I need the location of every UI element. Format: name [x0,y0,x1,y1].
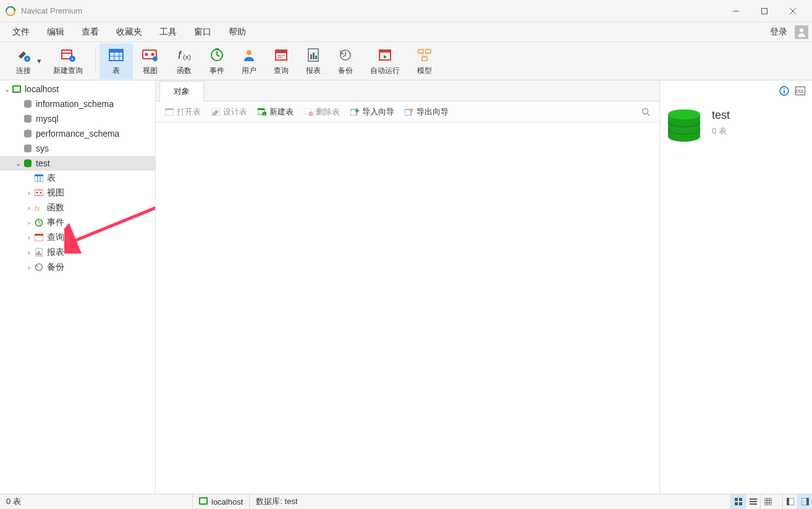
close-button[interactable] [779,0,807,22]
object-toolbar: 打开表 设计表 +新建表 删除表 导入向导 导出向导 [156,101,659,122]
tree-db[interactable]: sys [0,141,155,156]
chevron-down-icon[interactable]: ⌄ [14,160,22,168]
view-icon [33,189,44,197]
menu-window[interactable]: 窗口 [185,24,220,40]
chevron-down-icon[interactable]: ⌄ [2,85,11,93]
tree-label: 报表 [47,247,64,258]
svg-line-42 [421,53,425,57]
status-connection: localhost [193,494,250,509]
svg-rect-40 [426,49,431,53]
info-title: test [712,109,730,122]
toolbar-auto-run[interactable]: 自动运行 [362,43,408,79]
toolbar-new-query[interactable]: + 新建查询 [44,43,91,79]
svg-point-20 [153,56,158,61]
open-table-button[interactable]: 打开表 [161,105,205,119]
info-icon[interactable] [779,85,790,96]
menu-view[interactable]: 查看 [73,24,108,40]
menu-favorites[interactable]: 收藏夹 [108,24,151,40]
design-table-button[interactable]: 设计表 [207,105,251,119]
svg-rect-74 [258,108,264,110]
import-wizard-button[interactable]: 导入向导 [346,105,398,119]
tree-connection[interactable]: ⌄ localhost [0,82,155,96]
toolbar-user[interactable]: 用户 [233,43,265,79]
search-button[interactable] [637,105,654,119]
chevron-right-icon[interactable]: › [25,234,33,241]
svg-rect-55 [35,190,43,195]
chevron-right-icon[interactable]: › [25,219,33,226]
main-toolbar: + 连接 ▾ + 新建查询 表 视图 f(x) 函数 事件 用户 查询 报表 备… [0,42,812,80]
menu-file[interactable]: 文件 [4,24,38,40]
toolbar-table[interactable]: 表 [99,43,133,79]
menu-edit[interactable]: 编辑 [38,24,73,40]
tree-db[interactable]: mysql [0,111,155,126]
toolbar-connect[interactable]: + 连接 [6,43,41,79]
chevron-right-icon[interactable]: › [25,189,33,197]
svg-point-57 [40,192,42,194]
tree-db-selected[interactable]: ⌄ test [0,156,155,171]
login-button[interactable]: 登录 [765,24,792,40]
tree-label: 查询 [47,232,64,243]
view-grid-icon[interactable] [730,494,745,509]
maximize-button[interactable] [750,0,779,22]
tree-tables[interactable]: 表 [0,171,155,186]
svg-text:fx: fx [35,205,40,212]
tree-views[interactable]: › 视图 [0,186,155,200]
avatar[interactable] [795,25,808,39]
new-table-button[interactable]: +新建表 [253,105,297,119]
toolbar-backup[interactable]: 备份 [329,43,362,79]
tree-db[interactable]: performance_schema [0,126,155,141]
tree-events[interactable]: › 事件 [0,215,155,230]
chevron-right-icon[interactable]: › [25,204,33,212]
tab-bar: 对象 [156,80,659,101]
svg-rect-35 [315,56,317,59]
menu-tools[interactable]: 工具 [151,24,185,40]
svg-rect-39 [418,49,423,53]
export-wizard-button[interactable]: 导出向导 [400,105,452,119]
toolbar-query[interactable]: 查询 [265,43,297,79]
svg-rect-29 [276,50,287,53]
svg-point-90 [668,109,700,119]
tree-backups[interactable]: › 备份 [0,260,155,275]
panel-right-icon[interactable] [797,494,812,509]
chevron-right-icon[interactable]: › [25,249,33,256]
svg-text:+: + [263,112,266,116]
svg-rect-96 [739,502,742,505]
tree-label: information_schema [36,99,114,109]
tree-label: 视图 [47,187,64,199]
panel-left-icon[interactable] [782,494,797,509]
svg-line-61 [39,223,41,223]
svg-line-83 [648,114,649,116]
tree-functions[interactable]: › fx 函数 [0,200,155,215]
ddl-icon[interactable]: DDL [795,85,806,96]
svg-rect-13 [109,49,123,53]
toolbar-function[interactable]: f(x) 函数 [167,43,201,79]
connection-tree[interactable]: ⌄ localhost information_schema mysql per… [0,80,156,494]
svg-text:+: + [26,56,29,62]
tree-label: 表 [47,173,56,184]
minimize-button[interactable] [722,0,750,22]
menu-help[interactable]: 帮助 [220,24,255,40]
toolbar-event[interactable]: 事件 [201,43,233,79]
toolbar-model[interactable]: 模型 [408,43,441,79]
info-panel: DDL test 0 表 [660,80,812,494]
chevron-right-icon[interactable]: › [25,263,33,271]
tree-queries[interactable]: › 查询 [0,230,155,245]
toolbar-report[interactable]: 报表 [297,43,329,79]
view-detail-icon[interactable] [760,494,775,509]
view-list-icon[interactable] [745,494,760,509]
toolbar-connect-dropdown[interactable]: ▾ [37,56,42,66]
tree-reports[interactable]: › 报表 [0,245,155,260]
toolbar-view[interactable]: 视图 [133,43,167,79]
database-large-icon [666,109,702,142]
tab-objects[interactable]: 对象 [159,81,204,101]
svg-rect-71 [165,108,174,110]
svg-rect-100 [764,498,772,505]
tree-label: sys [36,143,49,153]
tree-label: mysql [36,114,59,124]
delete-table-button[interactable]: 删除表 [300,105,344,119]
status-database: 数据库: test [250,494,303,509]
svg-point-27 [247,50,252,55]
object-list[interactable] [156,122,659,494]
tree-db[interactable]: information_schema [0,96,155,111]
svg-rect-108 [806,498,809,505]
